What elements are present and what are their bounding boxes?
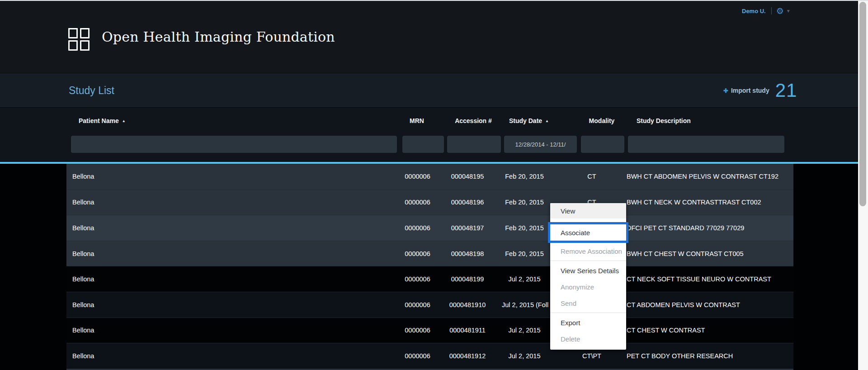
study-list-bar: Study List ✚ Import study 21 [0, 73, 858, 107]
top-strip [0, 0, 868, 1]
menu-item-remove-association: Remove Association [550, 243, 626, 259]
mrn-filter-input[interactable] [402, 136, 444, 153]
menu-gap [550, 218, 626, 222]
study-list-actions: ✚ Import study 21 [723, 73, 797, 108]
chevron-down-icon[interactable]: ▾ [787, 8, 790, 14]
gear-icon[interactable]: ⚙ [776, 7, 784, 15]
menu-divider [550, 313, 626, 313]
user-area: Demo U. ⚙ ▾ [742, 5, 790, 16]
menu-divider [550, 261, 626, 261]
table-row[interactable]: Bellona 0000006 000048196 Feb 20, 2015 C… [66, 190, 793, 215]
table-row[interactable]: Bellona 0000006 000048199 Jul 2, 2015 CT… [66, 266, 793, 292]
import-study-button[interactable]: Import study [731, 87, 769, 94]
page-title: Study List [69, 73, 114, 108]
menu-item-view-series-details[interactable]: View Series Details [550, 262, 626, 279]
ohif-study-list-page: Open Health Imaging Foundation Demo U. ⚙… [0, 0, 868, 370]
column-header-mrn[interactable]: MRN [390, 117, 444, 125]
study-description-filter-input[interactable] [628, 136, 784, 153]
menu-item-view[interactable]: View [550, 203, 626, 218]
scrollbar-thumb[interactable] [859, 2, 866, 206]
scrollbar-track[interactable] [858, 0, 868, 370]
sort-asc-icon: ▲ [545, 119, 549, 123]
menu-item-export[interactable]: Export [550, 314, 626, 331]
table-row[interactable]: Bellona 0000006 0000481911 Jul 2, 2015 C… [66, 318, 793, 343]
app-header: Open Health Imaging Foundation Demo U. ⚙… [0, 0, 858, 73]
accession-filter-input[interactable] [447, 136, 501, 153]
plus-icon: ✚ [723, 87, 728, 94]
study-date-range-filter-input[interactable]: 12/28/2014 - 12/11/ [504, 136, 577, 153]
menu-item-anonymize: Anonymize [550, 279, 626, 295]
table-row[interactable]: Bellona 0000006 0000481910 Jul 2, 2015 (… [66, 292, 793, 318]
column-header-study-date[interactable]: Study Date▲ [500, 117, 558, 125]
study-count: 21 [775, 81, 797, 100]
patient-name-filter-input[interactable] [71, 136, 397, 153]
menu-item-associate[interactable]: Associate [548, 222, 628, 243]
study-table-body: Bellona 0000006 000048195 Feb 20, 2015 C… [66, 164, 793, 370]
table-row[interactable]: Bellona 0000006 0000481912 Jul 2, 2015 C… [66, 343, 793, 369]
menu-item-delete: Delete [550, 331, 626, 347]
column-header-study-description[interactable]: Study Description [637, 117, 691, 125]
modality-filter-input[interactable] [581, 136, 624, 153]
app-title: Open Health Imaging Foundation [102, 29, 335, 45]
table-row[interactable]: Bellona 0000006 000048198 Feb 20, 2015 B… [66, 241, 793, 266]
table-header-panel: Patient Name▲ MRN Accession # Study Date… [0, 107, 858, 163]
column-header-accession[interactable]: Accession # [446, 117, 500, 125]
column-header-modality[interactable]: Modality [575, 117, 629, 125]
table-row[interactable]: Bellona 0000006 000048195 Feb 20, 2015 C… [66, 164, 793, 190]
column-header-patient-name[interactable]: Patient Name▲ [79, 117, 126, 125]
header-divider [771, 7, 772, 14]
menu-item-send: Send [550, 295, 626, 311]
table-row-context-target[interactable]: Bellona 0000006 000048197 Feb 20, 2015 D… [66, 215, 793, 241]
ohif-grid-logo-icon [68, 28, 90, 52]
user-name[interactable]: Demo U. [742, 8, 766, 14]
study-context-menu: View Associate Remove Association View S… [550, 203, 626, 350]
app-logo[interactable]: Open Health Imaging Foundation [68, 28, 335, 52]
sort-asc-icon: ▲ [122, 119, 126, 123]
